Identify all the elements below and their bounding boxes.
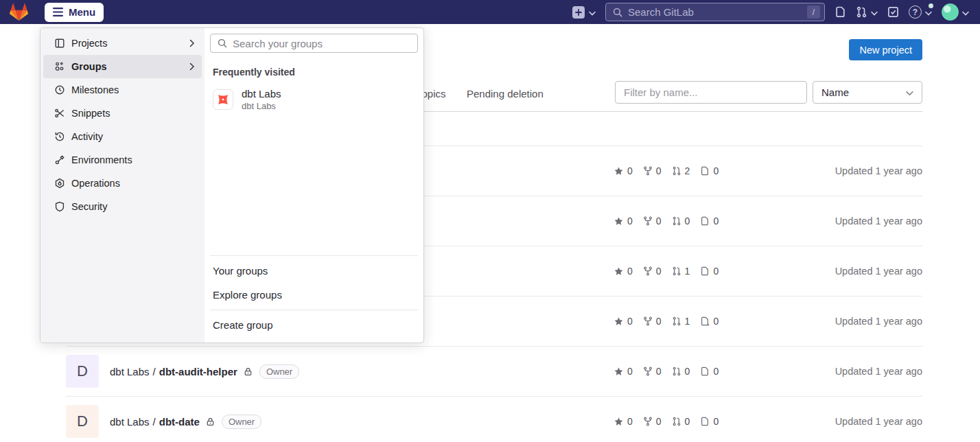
menu-item-environments[interactable]: Environments (43, 148, 202, 172)
merge-requests-icon[interactable] (856, 6, 878, 19)
forks-stat[interactable]: 0 (643, 165, 662, 176)
menu-item-label: Environments (71, 154, 195, 165)
fork-icon (643, 216, 653, 226)
updated-timestamp: Updated 1 year ago (835, 216, 922, 226)
merge-requests-stat[interactable]: 1 (672, 316, 690, 327)
hamburger-icon (53, 8, 63, 16)
issues-stat[interactable]: 0 (700, 416, 719, 427)
stars-stat[interactable]: 0 (614, 316, 633, 327)
issues-stat[interactable]: 0 (700, 266, 719, 277)
question-mark-icon (909, 5, 922, 19)
fork-icon (643, 266, 653, 276)
forks-stat[interactable]: 0 (643, 216, 662, 226)
issue-icon (700, 216, 710, 226)
merge-requests-count: 0 (685, 366, 690, 377)
project-link[interactable]: dbt Labs / dbt-audit-helper (110, 366, 237, 377)
menu-item-label: Groups (71, 61, 183, 72)
merge-requests-stat[interactable]: 2 (672, 165, 690, 176)
menu-button[interactable]: Menu (45, 3, 104, 22)
star-icon (614, 367, 624, 377)
forks-stat[interactable]: 0 (643, 266, 662, 277)
global-search[interactable]: / (605, 3, 825, 21)
gitlab-logo[interactable] (10, 3, 28, 21)
issue-icon (700, 316, 710, 326)
search-shortcut-key: / (807, 5, 820, 19)
search-icon (218, 38, 227, 48)
owner-badge: Owner (259, 364, 299, 379)
merge-requests-stat[interactable]: 0 (672, 366, 690, 377)
menu-item-projects[interactable]: Projects (43, 32, 202, 55)
menu-item-activity[interactable]: Activity (43, 125, 202, 148)
merge-request-icon (672, 316, 681, 326)
forks-stat[interactable]: 0 (643, 366, 662, 377)
menu-item-groups[interactable]: Groups (43, 55, 202, 78)
menu-item-security[interactable]: Security (43, 195, 202, 218)
merge-requests-stat[interactable]: 0 (672, 216, 690, 226)
forks-count: 0 (656, 266, 662, 277)
menu-item-label: Operations (71, 178, 195, 189)
project-row: D dbt Labs / dbt-date Owner 0 0 0 0 Upda… (66, 396, 922, 442)
menu-item-operations[interactable]: Operations (43, 172, 202, 195)
filter-by-name-input[interactable] (615, 81, 807, 104)
shield-icon (54, 201, 65, 212)
stars-stat[interactable]: 0 (614, 416, 633, 427)
frequent-group-dbt-labs[interactable]: dbt Labs dbt Labs (210, 84, 418, 115)
new-menu-button[interactable] (572, 6, 596, 19)
issues-icon[interactable] (835, 6, 846, 18)
stars-stat[interactable]: 0 (614, 216, 633, 226)
search-input[interactable] (628, 6, 802, 18)
issues-stat[interactable]: 0 (700, 366, 719, 377)
star-icon (614, 417, 624, 427)
project-link[interactable]: dbt Labs / dbt-date (110, 416, 200, 428)
frequently-visited-header: Frequently visited (213, 67, 415, 78)
merge-request-icon (672, 166, 681, 176)
tab-pending-deletion[interactable]: Pending deletion (467, 75, 544, 112)
frequent-group-subtitle: dbt Labs (242, 101, 281, 111)
menu-button-label: Menu (69, 6, 95, 18)
menu-item-label: Security (71, 201, 195, 212)
groups-search[interactable] (210, 34, 418, 53)
menu-item-label: Activity (71, 131, 195, 142)
user-menu[interactable] (942, 3, 969, 21)
issues-stat[interactable]: 0 (700, 316, 719, 327)
menu-item-snippets[interactable]: Snippets (43, 102, 202, 125)
search-icon (613, 8, 622, 17)
groups-search-input[interactable] (233, 38, 410, 49)
sort-dropdown[interactable]: Name (813, 81, 922, 104)
top-navbar: Menu / (0, 0, 980, 24)
forks-count: 0 (656, 165, 662, 176)
merge-requests-count: 1 (685, 316, 690, 327)
forks-stat[interactable]: 0 (643, 316, 662, 327)
todos-icon[interactable] (887, 6, 899, 18)
merge-requests-count: 0 (685, 416, 690, 427)
scissors-icon (54, 108, 65, 119)
chevron-down-icon (871, 6, 878, 19)
star-icon (614, 266, 624, 277)
groups-icon (54, 61, 65, 72)
explore-groups-link[interactable]: Explore groups (210, 283, 418, 307)
chevron-right-icon (189, 39, 195, 47)
new-project-button[interactable]: New project (849, 39, 922, 60)
issue-icon (700, 367, 710, 376)
stars-stat[interactable]: 0 (614, 165, 633, 176)
chevron-down-icon (589, 6, 596, 19)
merge-requests-stat[interactable]: 1 (672, 266, 690, 277)
updated-timestamp: Updated 1 year ago (835, 266, 922, 277)
project-avatar[interactable]: D (66, 355, 99, 388)
your-groups-link[interactable]: Your groups (210, 259, 418, 283)
merge-requests-stat[interactable]: 0 (672, 416, 690, 427)
help-icon[interactable] (909, 5, 932, 19)
create-group-link[interactable]: Create group (210, 313, 418, 337)
project-row: D dbt Labs / dbt-audit-helper Owner 0 0 … (66, 346, 922, 396)
project-icon (54, 38, 65, 49)
stars-stat[interactable]: 0 (614, 366, 633, 377)
project-avatar[interactable]: D (66, 405, 99, 438)
stars-count: 0 (627, 416, 633, 427)
owner-badge: Owner (222, 415, 261, 429)
merge-request-icon (672, 266, 681, 276)
stars-stat[interactable]: 0 (614, 266, 633, 277)
menu-item-milestones[interactable]: Milestones (43, 78, 202, 102)
issues-stat[interactable]: 0 (700, 216, 719, 226)
forks-stat[interactable]: 0 (643, 416, 662, 427)
issues-stat[interactable]: 0 (700, 165, 719, 176)
